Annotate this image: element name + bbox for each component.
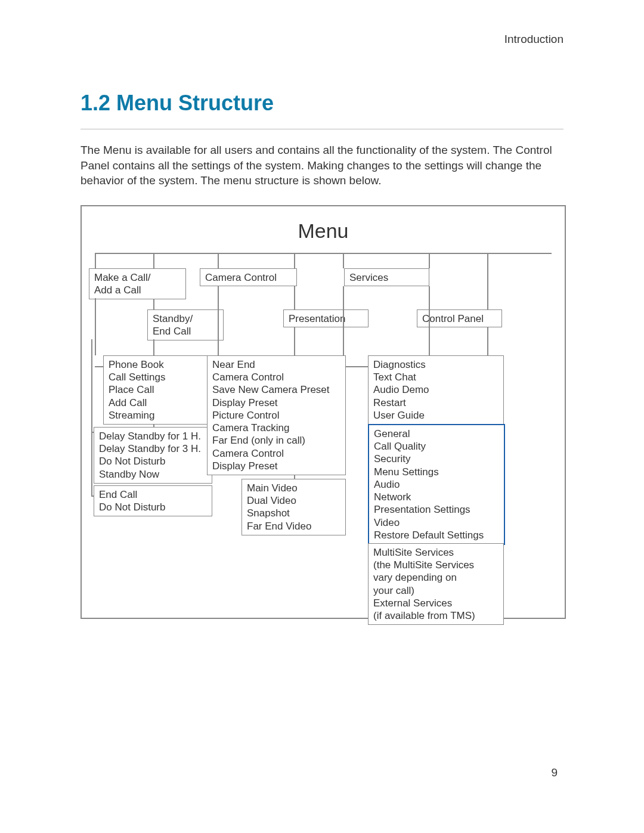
box-delay-standby: Delay Standby for 1 H. Delay Standby for… [94,427,212,484]
box-services: Services [344,268,429,286]
diagram-root-label: Menu [82,219,565,243]
box-camera-control: Camera Control [200,268,297,286]
menu-structure-diagram: Menu Make a Call/ Add a Call Camera Cont… [80,205,566,619]
box-diagnostics: Diagnostics Text Chat Audio Demo Restart… [368,355,504,425]
page-number: 9 [551,766,558,779]
box-video: Main Video Dual Video Snapshot Far End V… [242,479,346,535]
section-rule [80,129,564,129]
box-make-call: Make a Call/ Add a Call [89,268,186,300]
box-presentation: Presentation [283,309,369,327]
box-multisite: MultiSite Services (the MultiSite Servic… [368,543,504,625]
box-standby-endcall: Standby/ End Call [147,309,224,341]
section-title: 1.2 Menu Structure [80,91,564,116]
box-endcall-dnd: End Call Do Not Disturb [94,485,212,517]
box-phonebook: Phone Book Call Settings Place Call Add … [103,355,212,425]
page-header-label: Introduction [80,33,564,46]
intro-paragraph: The Menu is available for all users and … [80,143,564,188]
box-nearend-farend: Near End Camera Control Save New Camera … [207,355,346,475]
box-settings: General Call Quality Security Menu Setti… [368,424,505,545]
